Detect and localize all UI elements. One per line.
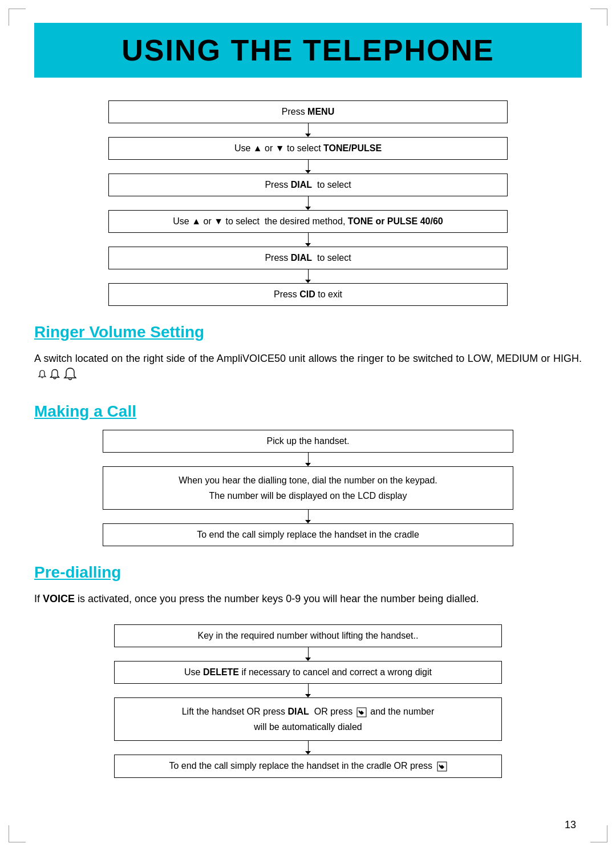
corner-mark-tl bbox=[9, 9, 26, 26]
corner-mark-tr bbox=[590, 9, 607, 26]
connector-line bbox=[308, 741, 309, 751]
predialling-box-1: Key in the required number without lifti… bbox=[114, 624, 502, 647]
bell-icons bbox=[38, 367, 78, 383]
predialling-box-3: Lift the handset OR press DIAL OR press … bbox=[114, 697, 502, 741]
predialling-connector-2 bbox=[305, 684, 311, 697]
page-title-bar: USING THE TELEPHONE bbox=[34, 23, 582, 78]
connector-line bbox=[308, 684, 309, 694]
bell-large-icon bbox=[63, 367, 78, 383]
predialling-box-2: Use DELETE if necessary to cancel and co… bbox=[114, 661, 502, 684]
flow-box-4: Use ▲ or ▼ to select the desired method,… bbox=[108, 210, 508, 233]
ringer-body: A switch located on the right side of th… bbox=[34, 350, 582, 385]
handset-icon-1 bbox=[356, 707, 367, 717]
connector-5 bbox=[305, 269, 311, 283]
connector-line bbox=[308, 647, 309, 658]
flow-box-1-bold: MENU bbox=[307, 107, 334, 116]
handset-icon-2 bbox=[437, 761, 447, 772]
connector-line bbox=[308, 123, 309, 134]
making-call-box-1: Pick up the handset. bbox=[103, 430, 513, 453]
bell-small-icon bbox=[38, 370, 47, 380]
flow-box-2: Use ▲ or ▼ to select TONE/PULSE bbox=[108, 137, 508, 160]
predialling-body-prefix: If bbox=[34, 593, 43, 604]
predialling-body-suffix: is activated, once you press the number … bbox=[75, 593, 479, 604]
connector-2 bbox=[305, 160, 311, 174]
flow-box-6-bold: CID bbox=[299, 289, 315, 299]
flow-box-2-bold: TONE/PULSE bbox=[323, 143, 382, 153]
flow-box-5: Press DIAL to select bbox=[108, 247, 508, 269]
ringer-heading: Ringer Volume Setting bbox=[34, 323, 582, 341]
making-call-flow: Pick up the handset. When you hear the d… bbox=[103, 430, 513, 546]
making-call-section: Making a Call bbox=[34, 402, 582, 421]
connector-line bbox=[308, 510, 309, 520]
making-call-box-2-line2: The number will be displayed on the LCD … bbox=[112, 488, 504, 503]
predialling-box-3-line2: will be automatically dialed bbox=[124, 719, 492, 735]
predialling-heading: Pre-dialling bbox=[34, 563, 582, 582]
flow-box-5-bold: DIAL bbox=[291, 253, 312, 263]
connector-line bbox=[308, 269, 309, 280]
predialling-body-bold: VOICE bbox=[43, 593, 75, 604]
predialling-box-3-dial: DIAL bbox=[288, 707, 309, 716]
flow-box-4-bold: TONE or PULSE 40/60 bbox=[348, 216, 443, 226]
predialling-section: Pre-dialling If VOICE is activated, once… bbox=[34, 563, 582, 607]
page-title: USING THE TELEPHONE bbox=[46, 33, 570, 67]
bell-medium-icon bbox=[49, 369, 60, 381]
connector-line bbox=[308, 233, 309, 243]
predialling-box-4: To end the call simply replace the hands… bbox=[114, 755, 502, 778]
predialling-box-3-line1: Lift the handset OR press DIAL OR press … bbox=[124, 704, 492, 719]
flow-box-3: Press DIAL to select bbox=[108, 174, 508, 196]
predialling-connector-3 bbox=[305, 741, 311, 755]
corner-mark-bl bbox=[9, 825, 26, 842]
predialling-box-2-bold: DELETE bbox=[203, 667, 239, 677]
flow-box-1: Press MENU bbox=[108, 100, 508, 123]
tone-pulse-flow: Press MENU Use ▲ or ▼ to select TONE/PUL… bbox=[108, 100, 508, 306]
flow-box-6: Press CID to exit bbox=[108, 283, 508, 306]
connector-line bbox=[308, 196, 309, 207]
predialling-connector-1 bbox=[305, 647, 311, 661]
making-call-heading: Making a Call bbox=[34, 402, 582, 421]
corner-mark-br bbox=[590, 825, 607, 842]
predialling-body: If VOICE is activated, once you press th… bbox=[34, 591, 582, 607]
connector-line bbox=[308, 453, 309, 463]
making-call-box-2-line1: When you hear the dialling tone, dial th… bbox=[112, 473, 504, 488]
making-call-connector-2 bbox=[305, 510, 311, 523]
connector-4 bbox=[305, 233, 311, 247]
connector-3 bbox=[305, 196, 311, 210]
flow-box-3-bold: DIAL bbox=[291, 180, 312, 189]
making-call-box-3: To end the call simply replace the hands… bbox=[103, 523, 513, 546]
connector-1 bbox=[305, 123, 311, 137]
predialling-flow: Key in the required number without lifti… bbox=[114, 624, 502, 778]
connector-line bbox=[308, 160, 309, 170]
page-number: 13 bbox=[565, 819, 576, 831]
ringer-body-text: A switch located on the right side of th… bbox=[34, 353, 582, 364]
ringer-section: Ringer Volume Setting A switch located o… bbox=[34, 323, 582, 385]
making-call-connector-1 bbox=[305, 453, 311, 466]
making-call-box-2: When you hear the dialling tone, dial th… bbox=[103, 466, 513, 510]
